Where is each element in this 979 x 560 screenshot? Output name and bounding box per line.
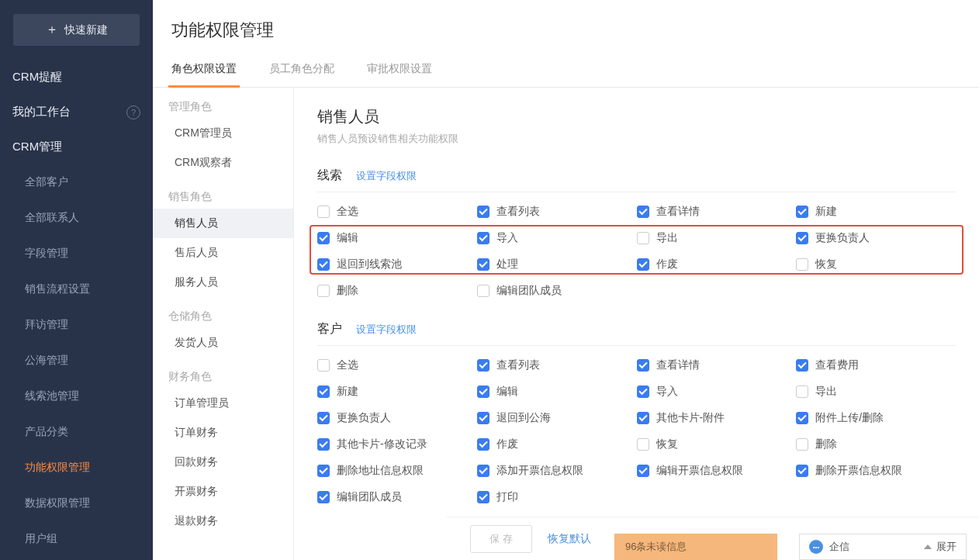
perm-item[interactable]: 编辑团队成员 xyxy=(317,489,477,506)
perm-item[interactable]: 导入 xyxy=(477,230,637,247)
perm-item[interactable]: 处理 xyxy=(477,256,637,273)
perm-item[interactable]: 其他卡片-修改记录 xyxy=(317,436,477,453)
checkbox[interactable] xyxy=(317,232,330,244)
checkbox[interactable] xyxy=(477,385,490,398)
tab[interactable]: 员工角色分配 xyxy=(266,51,337,87)
sidebar-heading[interactable]: 我的工作台? xyxy=(0,95,153,130)
perm-item[interactable]: 删除地址信息权限 xyxy=(317,462,477,479)
checkbox[interactable] xyxy=(796,412,808,424)
sidebar-item[interactable]: 公海管理 xyxy=(0,343,153,379)
sidebar-scroll[interactable]: CRM提醒我的工作台?CRM管理全部客户全部联系人字段管理销售流程设置拜访管理公… xyxy=(0,60,153,560)
checkbox[interactable] xyxy=(477,412,490,424)
perm-item[interactable]: 更换负责人 xyxy=(317,410,477,427)
perm-item[interactable]: 全选 xyxy=(317,357,477,374)
perm-item[interactable]: 退回到线索池 xyxy=(317,256,477,273)
sidebar-heading[interactable]: CRM管理 xyxy=(0,130,153,164)
role-item[interactable]: 开票财务 xyxy=(153,477,293,506)
perm-item[interactable]: 导入 xyxy=(637,383,797,400)
sidebar-item[interactable]: 销售流程设置 xyxy=(0,271,153,307)
checkbox[interactable] xyxy=(477,465,490,477)
checkbox[interactable] xyxy=(477,438,490,451)
sidebar-item[interactable]: 数据权限管理 xyxy=(0,486,153,521)
checkbox[interactable] xyxy=(637,465,649,477)
checkbox[interactable] xyxy=(637,258,649,271)
sidebar-item[interactable]: 全部联系人 xyxy=(0,200,153,236)
field-permission-link[interactable]: 设置字段权限 xyxy=(356,323,417,337)
perm-item[interactable]: 新建 xyxy=(796,203,956,220)
checkbox[interactable] xyxy=(317,285,330,297)
perm-item[interactable]: 查看详情 xyxy=(637,203,797,220)
role-item[interactable]: CRM观察者 xyxy=(153,148,293,178)
perm-item[interactable]: 编辑团队成员 xyxy=(477,282,637,299)
checkbox[interactable] xyxy=(796,232,808,244)
perm-item[interactable]: 作废 xyxy=(637,256,797,273)
checkbox[interactable] xyxy=(796,438,808,451)
tab[interactable]: 角色权限设置 xyxy=(168,51,240,87)
checkbox[interactable] xyxy=(317,206,330,218)
help-icon[interactable]: ? xyxy=(126,105,140,119)
perm-item[interactable]: 附件上传/删除 xyxy=(796,410,956,427)
perm-item[interactable]: 导出 xyxy=(637,230,797,247)
perm-item[interactable]: 删除开票信息权限 xyxy=(796,462,956,479)
checkbox[interactable] xyxy=(637,412,649,424)
role-item[interactable]: 售后人员 xyxy=(153,238,293,268)
checkbox[interactable] xyxy=(477,232,490,244)
perm-item[interactable]: 编辑 xyxy=(317,230,477,247)
role-item[interactable]: 服务人员 xyxy=(153,268,293,297)
sidebar-item[interactable]: 拜访管理 xyxy=(0,307,153,343)
role-item[interactable]: 回款财务 xyxy=(153,448,293,477)
role-item[interactable]: 销售人员 xyxy=(153,209,293,238)
checkbox[interactable] xyxy=(796,359,808,372)
reset-link[interactable]: 恢复默认 xyxy=(548,532,591,546)
role-item[interactable]: 退款财务 xyxy=(153,506,293,536)
perm-item[interactable]: 退回到公海 xyxy=(477,410,637,427)
tab[interactable]: 审批权限设置 xyxy=(364,51,435,87)
checkbox[interactable] xyxy=(796,206,808,218)
checkbox[interactable] xyxy=(637,438,649,451)
checkbox[interactable] xyxy=(637,206,649,218)
checkbox[interactable] xyxy=(477,258,490,271)
role-item[interactable]: 发货人员 xyxy=(153,328,293,358)
checkbox[interactable] xyxy=(317,438,330,451)
checkbox[interactable] xyxy=(317,412,330,424)
checkbox[interactable] xyxy=(477,206,490,218)
checkbox[interactable] xyxy=(637,232,649,244)
perm-item[interactable]: 全选 xyxy=(317,203,477,220)
checkbox[interactable] xyxy=(637,385,649,398)
perm-item[interactable]: 恢复 xyxy=(637,436,797,453)
unread-bar[interactable]: 96条未读信息 xyxy=(614,534,777,560)
sidebar-item[interactable]: 线索池管理 xyxy=(0,379,153,414)
checkbox[interactable] xyxy=(317,491,330,503)
perm-item[interactable]: 新建 xyxy=(317,383,477,400)
perm-item[interactable]: 查看费用 xyxy=(796,357,956,374)
sidebar-item[interactable]: 功能权限管理 xyxy=(0,450,153,486)
perm-item[interactable]: 删除 xyxy=(317,282,477,299)
perm-item[interactable]: 作废 xyxy=(477,436,637,453)
perm-item[interactable]: 打印 xyxy=(477,489,637,506)
save-button[interactable]: 保 存 xyxy=(470,525,532,553)
perm-item[interactable]: 查看列表 xyxy=(477,203,637,220)
sidebar-item[interactable]: 用户组 xyxy=(0,521,153,557)
perm-item[interactable]: 更换负责人 xyxy=(796,230,956,247)
checkbox[interactable] xyxy=(796,465,808,477)
sidebar-item[interactable]: 产品分类 xyxy=(0,414,153,450)
checkbox[interactable] xyxy=(317,258,330,271)
perm-item[interactable]: 添加开票信息权限 xyxy=(477,462,637,479)
sidebar-item[interactable]: 字段管理 xyxy=(0,236,153,271)
roles-list[interactable]: 管理角色CRM管理员CRM观察者销售角色销售人员售后人员服务人员仓储角色发货人员… xyxy=(153,88,294,560)
role-item[interactable]: CRM管理员 xyxy=(153,119,293,148)
permissions-panel[interactable]: 销售人员销售人员预设销售相关功能权限线索设置字段权限全选查看列表查看详情新建编辑… xyxy=(294,88,979,560)
checkbox[interactable] xyxy=(477,491,490,503)
perm-item[interactable]: 编辑开票信息权限 xyxy=(637,462,797,479)
checkbox[interactable] xyxy=(317,359,330,372)
perm-item[interactable]: 其他卡片-附件 xyxy=(637,410,797,427)
quick-new-button[interactable]: ＋ 快速新建 xyxy=(13,14,140,46)
checkbox[interactable] xyxy=(796,385,808,398)
perm-item[interactable]: 导出 xyxy=(796,383,956,400)
field-permission-link[interactable]: 设置字段权限 xyxy=(356,169,417,183)
checkbox[interactable] xyxy=(796,258,808,271)
chat-bar[interactable]: ••• 企信 展开 xyxy=(799,534,967,560)
checkbox[interactable] xyxy=(637,359,649,372)
checkbox[interactable] xyxy=(477,359,490,372)
perm-item[interactable]: 查看列表 xyxy=(477,357,637,374)
